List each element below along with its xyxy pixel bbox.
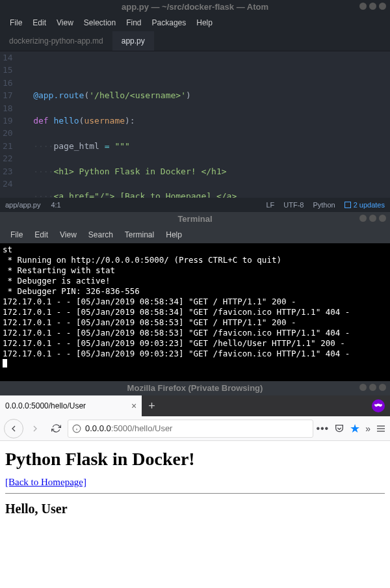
cursor-icon (3, 359, 7, 368)
minimize-icon[interactable] (359, 384, 367, 391)
atom-titlebar: app.py — ~/src/docker-flask — Atom (0, 0, 390, 14)
maximize-icon[interactable] (369, 215, 376, 222)
terminal-content[interactable]: st * Running on http://0.0.0.0:5000/ (Pr… (0, 243, 390, 381)
close-icon[interactable] (379, 3, 386, 10)
page-actions-icon[interactable]: ••• (316, 423, 329, 434)
firefox-tabbar: 0.0.0.0:5000/hello/User × + (0, 395, 390, 416)
menu-find[interactable]: Find (122, 16, 146, 30)
status-cursor[interactable]: 4:1 (51, 201, 60, 209)
editor[interactable]: 1415161718192021222324 @app.route('/hell… (0, 51, 390, 198)
status-path[interactable]: app/app.py (5, 201, 40, 209)
term-line: st (3, 245, 387, 255)
terminal-titlebar: Terminal (0, 212, 390, 226)
firefox-window: Mozilla Firefox (Private Browsing) 0.0.0… (0, 381, 390, 588)
firefox-toolbar: 0.0.0.0:5000/hello/User ••• ★ » (0, 416, 390, 441)
maximize-icon[interactable] (369, 384, 376, 391)
term-line: * Debugger PIN: 326-836-556 (3, 286, 387, 297)
menu-help[interactable]: Help (161, 228, 187, 242)
pocket-icon[interactable] (334, 423, 344, 434)
code-area[interactable]: @app.route('/hello/<username>') def hell… (18, 51, 390, 198)
terminal-menubar: File Edit View Search Terminal Help (0, 226, 390, 243)
tab-dockerizing[interactable]: dockerizing-python-app.md (0, 31, 112, 51)
browser-tab[interactable]: 0.0.0.0:5000/hello/User × (0, 395, 142, 416)
forward-button[interactable] (26, 420, 44, 438)
new-tab-button[interactable]: + (142, 399, 162, 413)
terminal-window-controls (359, 215, 386, 222)
page-content: Python Flask in Docker! [Back to Homepag… (0, 441, 390, 588)
back-button[interactable] (4, 419, 23, 438)
status-lf[interactable]: LF (266, 201, 274, 209)
menu-view[interactable]: View (55, 228, 82, 242)
term-line: 172.17.0.1 - - [05/Jan/2019 08:58:53] "G… (3, 317, 387, 328)
menu-search[interactable]: Search (83, 228, 118, 242)
atom-statusbar: app/app.py 4:1 LF UTF-8 Python 2 updates (0, 198, 390, 212)
status-lang[interactable]: Python (313, 201, 335, 209)
term-line: 172.17.0.1 - - [05/Jan/2019 08:58:34] "G… (3, 307, 387, 317)
menu-edit[interactable]: Edit (29, 228, 53, 242)
menu-selection[interactable]: Selection (79, 16, 120, 30)
atom-title: app.py — ~/src/docker-flask — Atom (122, 2, 268, 12)
term-line: * Debugger is active! (3, 276, 387, 286)
private-browsing-icon (372, 399, 385, 412)
updates-icon (344, 202, 351, 208)
menu-terminal[interactable]: Terminal (120, 228, 159, 242)
terminal-title: Terminal (177, 214, 212, 224)
term-line: * Restarting with stat (3, 265, 387, 276)
maximize-icon[interactable] (369, 3, 376, 10)
menu-packages[interactable]: Packages (148, 16, 191, 30)
url-host: 0.0.0.0 (85, 423, 111, 433)
term-line: 172.17.0.1 - - [05/Jan/2019 09:03:23] "G… (3, 338, 387, 349)
page-heading: Python Flask in Docker! (5, 449, 385, 470)
url-path: :5000/hello/User (111, 423, 173, 433)
tab-label: 0.0.0.0:5000/hello/User (5, 401, 86, 410)
term-line: * Running on http://0.0.0.0:5000/ (Press… (3, 255, 387, 265)
atom-menubar: File Edit View Selection Find Packages H… (0, 14, 390, 31)
minimize-icon[interactable] (359, 215, 367, 222)
menu-file[interactable]: File (5, 16, 27, 30)
term-line: 172.17.0.1 - - [05/Jan/2019 08:58:53] "G… (3, 328, 387, 338)
menu-edit[interactable]: Edit (28, 16, 51, 30)
firefox-window-controls (359, 384, 386, 391)
atom-window: app.py — ~/src/docker-flask — Atom File … (0, 0, 390, 212)
url-bar[interactable]: 0.0.0.0:5000/hello/User (68, 420, 313, 438)
menu-file[interactable]: File (5, 228, 28, 242)
close-icon[interactable] (379, 215, 386, 222)
menu-icon[interactable] (376, 423, 386, 434)
reload-button[interactable] (47, 420, 65, 438)
terminal-window: Terminal File Edit View Search Terminal … (0, 212, 390, 381)
term-line: 172.17.0.1 - - [05/Jan/2019 08:58:34] "G… (3, 297, 387, 307)
menu-help[interactable]: Help (192, 16, 217, 30)
tab-close-icon[interactable]: × (131, 401, 136, 411)
minimize-icon[interactable] (359, 3, 367, 10)
tab-app-py[interactable]: app.py (112, 31, 154, 51)
close-icon[interactable] (379, 384, 386, 391)
status-encoding[interactable]: UTF-8 (283, 201, 304, 209)
divider (5, 493, 385, 494)
info-icon[interactable] (72, 424, 81, 433)
back-home-link[interactable]: [Back to Homepage] (5, 477, 86, 487)
page-subheading: Hello, User (5, 501, 385, 516)
firefox-titlebar: Mozilla Firefox (Private Browsing) (0, 381, 390, 395)
atom-window-controls (359, 3, 386, 10)
toolbar-right: ••• ★ » (316, 421, 386, 436)
overflow-icon[interactable]: » (365, 423, 370, 434)
firefox-title: Mozilla Firefox (Private Browsing) (127, 383, 263, 393)
gutter: 1415161718192021222324 (0, 51, 18, 198)
bookmark-star-icon[interactable]: ★ (350, 421, 360, 436)
menu-view[interactable]: View (52, 16, 78, 30)
term-line: 172.17.0.1 - - [05/Jan/2019 09:03:23] "G… (3, 349, 387, 359)
atom-tabs: dockerizing-python-app.md app.py (0, 31, 390, 51)
status-updates[interactable]: 2 updates (344, 201, 385, 209)
